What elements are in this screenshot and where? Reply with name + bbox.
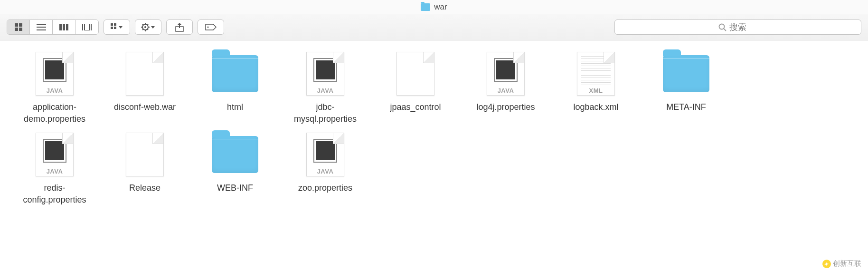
file-label: redis- config.properties: [23, 182, 86, 207]
folder-icon: [211, 131, 259, 178]
folder-icon: [662, 50, 710, 97]
file-item[interactable]: jpaas_control: [370, 45, 461, 126]
action-menu-button[interactable]: [135, 19, 161, 35]
svg-rect-5: [37, 27, 46, 28]
svg-rect-8: [63, 24, 65, 30]
java-file-icon: JAVA: [302, 131, 349, 178]
file-grid: JAVA application- demo.properties discon…: [0, 40, 868, 212]
svg-rect-10: [82, 24, 83, 30]
view-columns-button[interactable]: [53, 20, 75, 34]
tags-button[interactable]: [198, 19, 224, 35]
view-icon-button[interactable]: [7, 20, 30, 34]
file-item[interactable]: META-INF: [641, 45, 731, 126]
grid-icon: [14, 23, 23, 31]
java-file-icon: JAVA: [302, 50, 349, 97]
blank-file-icon: [392, 50, 439, 97]
svg-point-29: [719, 24, 724, 29]
file-item[interactable]: JAVA zoo.properties: [280, 126, 370, 207]
file-label: WEB-INF: [217, 182, 253, 207]
file-label: disconf-web.war: [114, 101, 176, 126]
file-label: log4j.properties: [476, 101, 535, 126]
tag-icon: [205, 23, 217, 31]
window-title: war: [434, 2, 447, 12]
svg-rect-11: [85, 24, 89, 30]
svg-line-30: [724, 29, 726, 31]
search-field[interactable]: [614, 19, 861, 35]
blank-file-icon: [121, 131, 169, 178]
svg-rect-13: [111, 23, 113, 26]
svg-line-23: [142, 24, 143, 25]
file-item[interactable]: JAVA application- demo.properties: [9, 45, 100, 126]
file-label: Release: [129, 182, 160, 207]
list-icon: [37, 24, 46, 30]
arrange-icon: [111, 23, 123, 31]
file-label: html: [227, 101, 243, 126]
file-item[interactable]: html: [190, 45, 280, 126]
search-input[interactable]: [729, 22, 758, 32]
svg-rect-15: [111, 27, 113, 29]
svg-rect-6: [37, 29, 46, 30]
java-file-icon: JAVA: [31, 50, 78, 97]
svg-rect-14: [114, 23, 116, 26]
java-file-icon: JAVA: [482, 50, 529, 97]
toolbar: [0, 14, 868, 40]
svg-rect-7: [59, 24, 62, 30]
search-icon: [718, 23, 726, 31]
view-list-button[interactable]: [30, 20, 53, 34]
blank-file-icon: [121, 50, 169, 97]
svg-rect-9: [66, 24, 68, 30]
file-item[interactable]: JAVA log4j.properties: [461, 45, 551, 126]
svg-line-25: [142, 29, 143, 30]
file-label: jdbc- mysql.properties: [294, 101, 357, 126]
file-item[interactable]: XML logback.xml: [551, 45, 641, 126]
svg-rect-12: [91, 24, 92, 30]
folder-icon: [211, 50, 259, 97]
file-label: jpaas_control: [390, 101, 441, 126]
svg-rect-1: [19, 23, 22, 27]
xml-file-icon: XML: [572, 50, 620, 97]
share-icon: [175, 22, 184, 32]
file-item[interactable]: disconf-web.war: [100, 45, 190, 126]
svg-rect-3: [19, 28, 22, 31]
svg-point-28: [208, 27, 209, 28]
folder-icon: [421, 3, 430, 11]
view-mode-selector: [7, 19, 99, 35]
java-file-icon: JAVA: [31, 131, 78, 178]
window-title-bar: war: [0, 0, 868, 14]
arrange-button[interactable]: [104, 19, 130, 35]
gear-icon: [141, 23, 155, 31]
svg-line-24: [147, 29, 148, 30]
svg-line-26: [147, 24, 148, 25]
file-item[interactable]: JAVA redis- config.properties: [9, 126, 100, 207]
file-label: logback.xml: [573, 101, 618, 126]
svg-point-18: [144, 26, 146, 28]
gallery-icon: [82, 24, 92, 30]
share-button[interactable]: [166, 19, 193, 35]
file-label: META-INF: [666, 101, 706, 126]
svg-rect-0: [15, 23, 18, 27]
svg-rect-16: [114, 27, 116, 29]
file-item[interactable]: Release: [100, 126, 190, 207]
file-item[interactable]: WEB-INF: [190, 126, 280, 207]
svg-rect-2: [15, 28, 18, 31]
file-item[interactable]: JAVA jdbc- mysql.properties: [280, 45, 370, 126]
svg-rect-4: [37, 24, 46, 25]
columns-icon: [59, 24, 69, 30]
file-label: zoo.properties: [298, 182, 352, 207]
view-gallery-button[interactable]: [75, 20, 98, 34]
file-label: application- demo.properties: [24, 101, 85, 126]
